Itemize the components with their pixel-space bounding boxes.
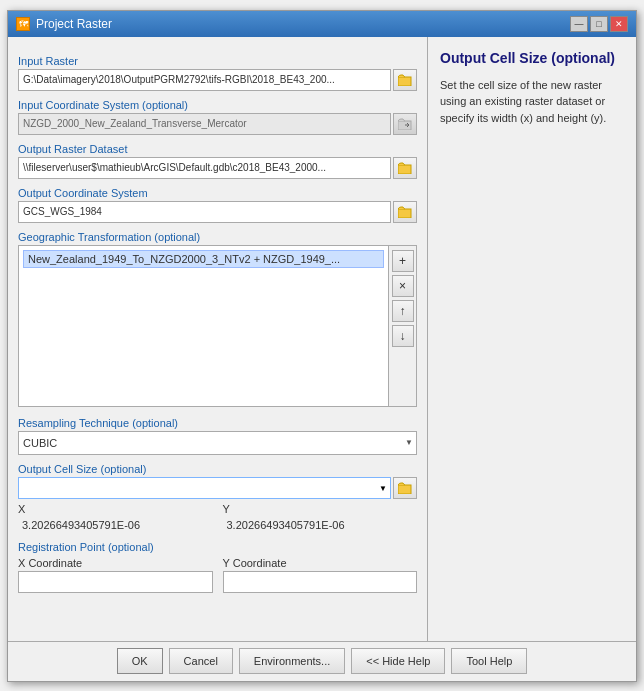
- resampling-label: Resampling Technique (optional): [18, 417, 417, 429]
- output-cell-browse-button[interactable]: [393, 477, 417, 499]
- minimize-button[interactable]: —: [570, 16, 588, 32]
- cancel-button[interactable]: Cancel: [169, 648, 233, 674]
- svg-rect-2: [398, 165, 411, 174]
- footer: OK Cancel Environments... << Hide Help T…: [8, 641, 636, 681]
- svg-rect-4: [398, 485, 411, 494]
- title-bar: 🗺 Project Raster — □ ✕: [8, 11, 636, 37]
- folder-icon: [398, 74, 412, 86]
- output-coord-label: Output Coordinate System: [18, 187, 417, 199]
- y-label: Y: [223, 503, 418, 515]
- folder-coord-icon: [398, 206, 412, 218]
- resampling-select[interactable]: CUBIC NEAREST BILINEAR MAJORITY: [18, 431, 417, 455]
- maximize-button[interactable]: □: [590, 16, 608, 32]
- output-coord-row: [18, 201, 417, 223]
- svg-rect-0: [398, 77, 411, 86]
- input-raster-row: [18, 69, 417, 91]
- output-cell-select[interactable]: [18, 477, 391, 499]
- ok-button[interactable]: OK: [117, 648, 163, 674]
- y-value: 3.20266493405791E-06: [223, 517, 418, 533]
- input-coord-row: [18, 113, 417, 135]
- folder-import-icon: [398, 118, 412, 130]
- geo-transform-section: New_Zealand_1949_To_NZGD2000_3_NTv2 + NZ…: [18, 245, 417, 407]
- right-panel-title: Output Cell Size (optional): [440, 49, 624, 67]
- svg-rect-3: [398, 209, 411, 218]
- geo-transform-label: Geographic Transformation (optional): [18, 231, 417, 243]
- reg-point-label: Registration Point (optional): [18, 541, 417, 553]
- right-panel-text: Set the cell size of the new raster usin…: [440, 77, 624, 127]
- window-title: Project Raster: [36, 17, 112, 31]
- environments-button[interactable]: Environments...: [239, 648, 345, 674]
- geo-up-button[interactable]: ↑: [392, 300, 414, 322]
- y-coord-label: Y Coordinate: [223, 557, 418, 569]
- geo-add-button[interactable]: +: [392, 250, 414, 272]
- right-panel: Output Cell Size (optional) Set the cell…: [428, 37, 636, 641]
- input-coord-field[interactable]: [18, 113, 391, 135]
- output-dataset-field[interactable]: [18, 157, 391, 179]
- input-coord-browse-button[interactable]: [393, 113, 417, 135]
- xy-row: X 3.20266493405791E-06 Y 3.2026649340579…: [18, 503, 417, 533]
- geo-remove-button[interactable]: ×: [392, 275, 414, 297]
- output-cell-label: Output Cell Size (optional): [18, 463, 417, 475]
- geo-transform-buttons: + × ↑ ↓: [388, 246, 416, 406]
- geo-down-button[interactable]: ↓: [392, 325, 414, 347]
- window-icon: 🗺: [16, 17, 30, 31]
- main-content: Input Raster Input Coordinate System (op…: [8, 37, 636, 641]
- y-coord-col: Y Coordinate: [223, 557, 418, 593]
- title-buttons: — □ ✕: [570, 16, 628, 32]
- resampling-wrapper: CUBIC NEAREST BILINEAR MAJORITY ▼: [18, 431, 417, 455]
- x-value: 3.20266493405791E-06: [18, 517, 213, 533]
- input-raster-field[interactable]: [18, 69, 391, 91]
- output-cell-select-wrap: ▼: [18, 477, 391, 499]
- folder-save-icon: [398, 162, 412, 174]
- output-dataset-label: Output Raster Dataset: [18, 143, 417, 155]
- x-coord-label: X Coordinate: [18, 557, 213, 569]
- left-panel: Input Raster Input Coordinate System (op…: [8, 37, 428, 641]
- input-raster-label: Input Raster: [18, 55, 417, 67]
- x-coord-input[interactable]: [18, 571, 213, 593]
- geo-transform-list: New_Zealand_1949_To_NZGD2000_3_NTv2 + NZ…: [19, 246, 388, 406]
- output-dataset-browse-button[interactable]: [393, 157, 417, 179]
- output-coord-field[interactable]: [18, 201, 391, 223]
- y-coord-input[interactable]: [223, 571, 418, 593]
- x-coord-col: X Coordinate: [18, 557, 213, 593]
- output-dataset-row: [18, 157, 417, 179]
- x-label: X: [18, 503, 213, 515]
- title-bar-left: 🗺 Project Raster: [16, 17, 112, 31]
- reg-point-row: X Coordinate Y Coordinate: [18, 557, 417, 593]
- geo-transform-item[interactable]: New_Zealand_1949_To_NZGD2000_3_NTv2 + NZ…: [23, 250, 384, 268]
- tool-help-button[interactable]: Tool Help: [451, 648, 527, 674]
- main-window: 🗺 Project Raster — □ ✕ Input Raster: [7, 10, 637, 682]
- close-button[interactable]: ✕: [610, 16, 628, 32]
- folder-cell-icon: [398, 482, 412, 494]
- input-coord-label: Input Coordinate System (optional): [18, 99, 417, 111]
- y-col: Y 3.20266493405791E-06: [223, 503, 418, 533]
- input-raster-browse-button[interactable]: [393, 69, 417, 91]
- output-cell-row: ▼: [18, 477, 417, 499]
- hide-help-button[interactable]: << Hide Help: [351, 648, 445, 674]
- output-coord-browse-button[interactable]: [393, 201, 417, 223]
- x-col: X 3.20266493405791E-06: [18, 503, 213, 533]
